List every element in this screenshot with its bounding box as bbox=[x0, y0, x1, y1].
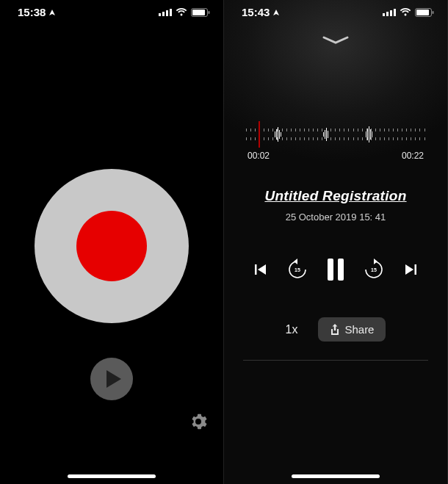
signal-icon bbox=[159, 8, 172, 16]
svg-text:15: 15 bbox=[295, 267, 300, 272]
status-time: 15:43 bbox=[242, 6, 270, 18]
status-time: 15:38 bbox=[18, 6, 46, 18]
svg-rect-13 bbox=[433, 11, 434, 14]
share-button[interactable]: Share bbox=[318, 317, 386, 342]
svg-rect-2 bbox=[166, 10, 168, 16]
wifi-icon bbox=[176, 8, 187, 16]
svg-rect-14 bbox=[255, 264, 257, 275]
settings-button[interactable] bbox=[189, 413, 207, 433]
pause-icon bbox=[338, 259, 344, 281]
recording-date: 25 October 2019 15: 41 bbox=[224, 212, 447, 223]
skip-next-button[interactable] bbox=[404, 263, 417, 276]
waveform-scrubber[interactable]: 00:02 00:22 bbox=[246, 121, 425, 161]
play-icon bbox=[105, 370, 121, 388]
play-button[interactable] bbox=[90, 358, 133, 400]
share-label: Share bbox=[344, 323, 374, 336]
home-indicator[interactable] bbox=[68, 474, 156, 478]
svg-rect-10 bbox=[394, 9, 396, 16]
record-inner-icon bbox=[76, 211, 147, 281]
svg-rect-7 bbox=[383, 13, 385, 16]
forward-icon: 15 bbox=[363, 259, 385, 281]
skip-previous-button[interactable] bbox=[254, 263, 267, 276]
svg-rect-17 bbox=[415, 264, 417, 275]
recorder-screen: 15:38 bbox=[0, 0, 224, 484]
rewind-icon: 15 bbox=[286, 259, 308, 281]
svg-rect-1 bbox=[162, 12, 165, 16]
collapse-handle[interactable] bbox=[321, 35, 350, 48]
signal-icon bbox=[383, 8, 396, 16]
location-icon bbox=[48, 9, 56, 16]
recording-title[interactable]: Untitled Registration bbox=[224, 188, 447, 204]
rewind-15-button[interactable]: 15 bbox=[286, 259, 308, 281]
record-button[interactable] bbox=[35, 169, 189, 323]
svg-rect-12 bbox=[416, 10, 429, 15]
forward-15-button[interactable]: 15 bbox=[363, 259, 385, 281]
svg-rect-8 bbox=[386, 12, 389, 16]
location-icon bbox=[272, 9, 280, 16]
svg-rect-6 bbox=[209, 11, 210, 14]
playback-speed-button[interactable]: 1x bbox=[286, 323, 298, 336]
pause-button[interactable] bbox=[328, 259, 344, 281]
battery-icon bbox=[415, 8, 434, 17]
svg-rect-3 bbox=[170, 9, 172, 16]
svg-text:15: 15 bbox=[371, 267, 377, 272]
wifi-icon bbox=[400, 8, 411, 16]
current-time: 00:02 bbox=[248, 151, 270, 161]
playhead-cursor[interactable] bbox=[259, 121, 260, 148]
svg-rect-9 bbox=[390, 10, 392, 16]
status-bar: 15:38 bbox=[0, 0, 223, 21]
gear-icon bbox=[189, 413, 207, 430]
battery-icon bbox=[191, 8, 210, 17]
playback-screen: 15:43 00:02 00:22 Untitled Registration … bbox=[224, 0, 448, 484]
share-icon bbox=[330, 324, 340, 336]
status-bar: 15:43 bbox=[224, 0, 447, 21]
svg-rect-5 bbox=[192, 10, 205, 15]
skip-next-icon bbox=[404, 263, 417, 276]
total-time: 00:22 bbox=[402, 151, 424, 161]
pause-icon bbox=[328, 259, 333, 281]
divider bbox=[243, 360, 428, 361]
home-indicator[interactable] bbox=[292, 474, 380, 478]
chevron-down-icon bbox=[321, 35, 350, 46]
skip-previous-icon bbox=[254, 263, 267, 276]
svg-rect-0 bbox=[159, 13, 161, 16]
